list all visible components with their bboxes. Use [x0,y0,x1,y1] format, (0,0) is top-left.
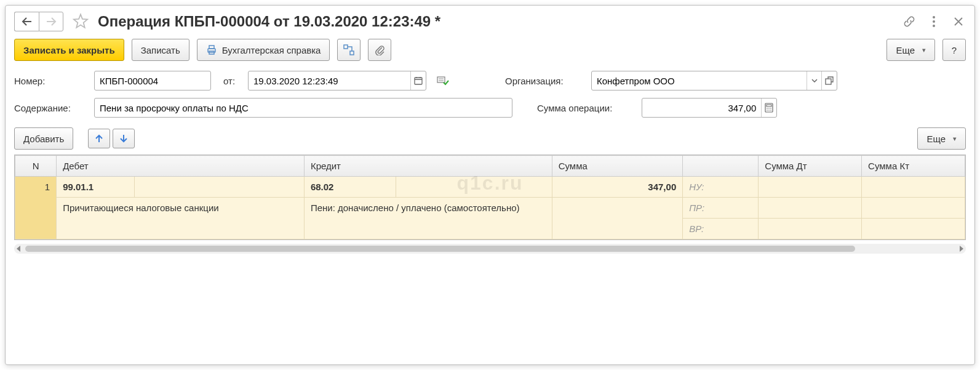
cell-sumkt-3[interactable] [862,219,965,239]
calculator-icon [765,103,773,113]
org-dropdown-button[interactable] [807,71,822,90]
sum-label: Сумма операции: [537,103,635,113]
kebab-menu-icon[interactable] [926,14,941,29]
horizontal-scrollbar[interactable] [14,244,966,254]
form-row-1: Номер: от: Организация: [6,67,974,94]
cell-sumkt-2[interactable] [862,198,965,219]
number-input[interactable] [95,71,210,90]
org-open-button[interactable] [821,71,837,90]
cell-sum-empty[interactable] [552,198,683,239]
structure-button[interactable] [337,39,361,61]
cell-debit-desc[interactable]: Причитающиеся налоговые санкции [57,198,305,239]
svg-rect-9 [437,77,445,82]
more-button[interactable]: Еще [886,39,935,61]
open-external-icon [825,76,834,85]
cell-credit-desc[interactable]: Пени: доначислено / уплачено (самостояте… [304,198,552,239]
scrollbar-thumb[interactable] [25,246,855,252]
main-toolbar: Записать и закрыть Записать Бухгалтерска… [6,36,974,67]
col-header-sumdt[interactable]: Сумма Дт [759,156,862,177]
col-header-sum[interactable]: Сумма [552,156,683,177]
structure-icon [343,44,354,55]
svg-point-16 [767,110,768,111]
nav-forward-button[interactable] [39,12,63,31]
cell-credit-account[interactable]: 68.02 [304,177,396,198]
cell-sumdt-2[interactable] [759,198,862,219]
close-icon[interactable] [951,14,966,29]
cell-credit-extra[interactable] [396,177,552,198]
calculator-button[interactable] [761,99,776,117]
date-label: от: [223,76,242,86]
table-toolbar: Добавить Еще [6,121,974,155]
link-icon[interactable] [902,14,917,29]
svg-point-2 [933,25,935,27]
save-close-button[interactable]: Записать и закрыть [14,39,124,61]
cell-tag-vr: ВР: [683,219,759,239]
entries-table: N Дебет Кредит Сумма Сумма Дт Сумма Кт 1… [14,155,966,240]
svg-rect-12 [767,105,771,107]
arrow-up-icon [95,134,103,143]
svg-point-18 [770,110,771,111]
col-header-debit[interactable]: Дебет [57,156,305,177]
svg-rect-10 [826,79,831,84]
arrow-down-icon [119,134,128,143]
cell-sumkt-1[interactable] [862,177,965,198]
org-label: Организация: [505,76,585,86]
nav-back-button[interactable] [14,12,39,31]
svg-point-0 [933,16,935,18]
calendar-button[interactable] [410,71,426,90]
content-label: Содержание: [14,103,88,113]
cell-sumdt-1[interactable] [759,177,862,198]
col-header-n[interactable]: N [15,156,57,177]
cell-tag-pr: ПР: [683,198,759,219]
col-header-sumkt[interactable]: Сумма Кт [862,156,965,177]
save-button[interactable]: Записать [132,39,189,61]
add-row-button[interactable]: Добавить [14,127,73,150]
cell-sum[interactable]: 347,00 [552,177,683,198]
content-input[interactable] [95,99,512,117]
svg-point-15 [770,108,771,109]
attachment-button[interactable] [368,39,391,61]
svg-point-13 [767,108,768,109]
table-row[interactable]: 1 99.01.1 68.02 347,00 НУ: [15,177,965,198]
col-header-credit[interactable]: Кредит [304,156,552,177]
favorite-star-icon[interactable] [72,13,89,30]
cell-sumdt-3[interactable] [759,219,862,239]
table-more-button[interactable]: Еще [917,127,966,150]
svg-point-14 [768,108,770,109]
chevron-down-icon [811,79,818,82]
move-down-button[interactable] [113,129,135,148]
svg-rect-4 [209,46,214,49]
printer-icon [206,44,217,55]
table-row[interactable]: Причитающиеся налоговые санкции Пени: до… [15,198,965,219]
org-input[interactable] [592,71,807,90]
cell-row-number: 1 [15,177,57,239]
accounting-reference-label: Бухгалтерская справка [222,45,321,55]
help-button[interactable]: ? [942,39,966,61]
paperclip-icon [374,44,385,55]
titlebar: Операция КПБП-000004 от 19.03.2020 12:23… [6,6,974,36]
page-title: Операция КПБП-000004 от 19.03.2020 12:23… [98,13,897,30]
posting-status-icon[interactable] [436,74,450,87]
cell-debit-extra[interactable] [134,177,304,198]
cell-debit-account[interactable]: 99.01.1 [57,177,135,198]
move-up-button[interactable] [88,129,110,148]
svg-rect-6 [344,45,348,49]
date-input[interactable] [249,71,410,90]
svg-rect-8 [415,78,422,84]
col-header-blank [683,156,759,177]
form-row-2: Содержание: Сумма операции: [6,94,974,121]
calendar-icon [413,76,423,86]
cell-tag-nu: НУ: [683,177,759,198]
sum-input[interactable] [642,99,761,117]
svg-rect-7 [350,51,354,55]
accounting-reference-button[interactable]: Бухгалтерская справка [197,39,330,61]
svg-point-17 [768,110,770,111]
svg-point-1 [933,20,935,23]
arrow-left-icon [22,17,33,26]
arrow-right-icon [46,17,57,26]
number-label: Номер: [14,76,88,86]
